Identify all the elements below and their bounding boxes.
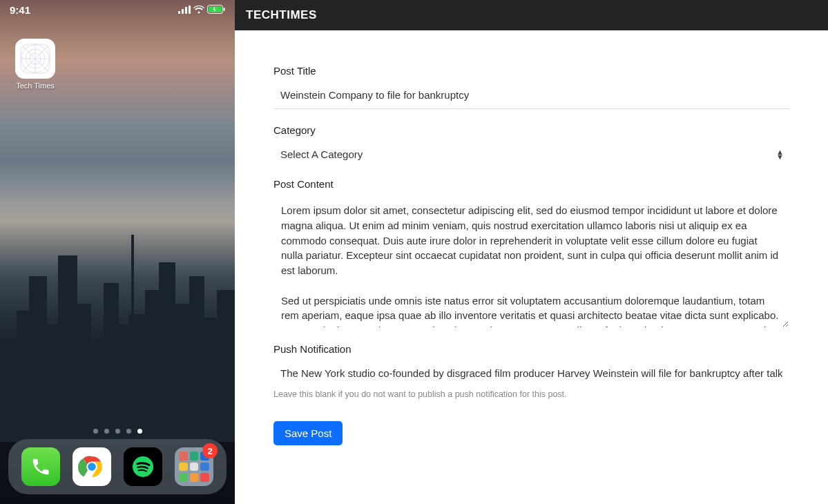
blueprint-icon [20, 43, 50, 74]
dock: 2 [8, 439, 227, 494]
svg-rect-1 [17, 311, 29, 442]
svg-rect-0 [0, 338, 17, 442]
dock-phone-app[interactable] [21, 447, 60, 486]
svg-rect-8 [119, 324, 128, 442]
svg-rect-18 [182, 9, 184, 14]
svg-rect-9 [131, 235, 134, 318]
svg-rect-2 [29, 276, 47, 442]
svg-rect-20 [189, 6, 191, 14]
svg-rect-5 [77, 304, 91, 442]
push-notification-input[interactable] [273, 362, 789, 385]
admin-panel: TECHTIMES Post Title Category Select A C… [235, 0, 828, 504]
svg-rect-6 [91, 338, 104, 442]
post-form: Post Title Category Select A Category ▲▼… [235, 30, 828, 466]
signal-icon [178, 4, 191, 16]
svg-point-34 [88, 463, 96, 471]
svg-rect-14 [189, 276, 204, 442]
app-icon[interactable] [15, 39, 55, 79]
content-group: Post Content [273, 178, 789, 331]
post-title-label: Post Title [273, 65, 789, 77]
status-time: 9:41 [10, 4, 30, 16]
page-dot[interactable] [104, 429, 109, 434]
dock-folder[interactable]: 2 [175, 447, 213, 486]
wifi-icon [193, 4, 204, 16]
post-content-textarea[interactable] [273, 197, 789, 328]
category-group: Category Select A Category ▲▼ [273, 124, 789, 166]
svg-rect-23 [224, 8, 225, 11]
push-group: Push Notification Leave this blank if yo… [273, 343, 789, 399]
homescreen-app[interactable]: Tech Times [11, 39, 59, 90]
svg-rect-4 [58, 255, 77, 442]
page-dot[interactable] [126, 429, 131, 434]
category-label: Category [273, 124, 789, 136]
title-group: Post Title [273, 65, 789, 109]
page-dot[interactable] [93, 429, 98, 434]
dock-chrome-app[interactable] [73, 447, 111, 486]
svg-rect-12 [159, 262, 175, 442]
svg-rect-11 [145, 290, 159, 442]
svg-rect-13 [175, 304, 189, 442]
admin-brand[interactable]: TECHTIMES [235, 0, 828, 30]
svg-rect-17 [178, 11, 180, 14]
post-title-input[interactable] [273, 84, 789, 107]
page-dot[interactable] [115, 429, 120, 434]
category-select[interactable]: Select A Category [273, 143, 789, 166]
push-help-text: Leave this blank if you do not want to p… [273, 389, 789, 399]
chrome-icon [78, 453, 106, 481]
page-dot[interactable] [137, 429, 142, 434]
status-icons [178, 4, 225, 16]
folder-badge: 2 [202, 443, 218, 458]
push-label: Push Notification [273, 343, 789, 355]
svg-rect-16 [217, 290, 235, 442]
app-label: Tech Times [11, 81, 59, 90]
svg-rect-15 [204, 318, 217, 442]
svg-rect-10 [128, 314, 145, 442]
phone-mock: 9:41 Tech Times [0, 0, 235, 504]
phone-icon [30, 456, 51, 477]
spotify-icon [129, 453, 157, 481]
status-bar: 9:41 [0, 4, 235, 16]
content-label: Post Content [273, 178, 789, 190]
save-post-button[interactable]: Save Post [273, 421, 343, 445]
page-indicator[interactable] [0, 429, 235, 434]
svg-rect-3 [47, 324, 58, 442]
dock-spotify-app[interactable] [124, 447, 162, 486]
battery-icon [207, 4, 225, 16]
svg-rect-19 [185, 7, 187, 14]
svg-rect-7 [104, 283, 119, 442]
